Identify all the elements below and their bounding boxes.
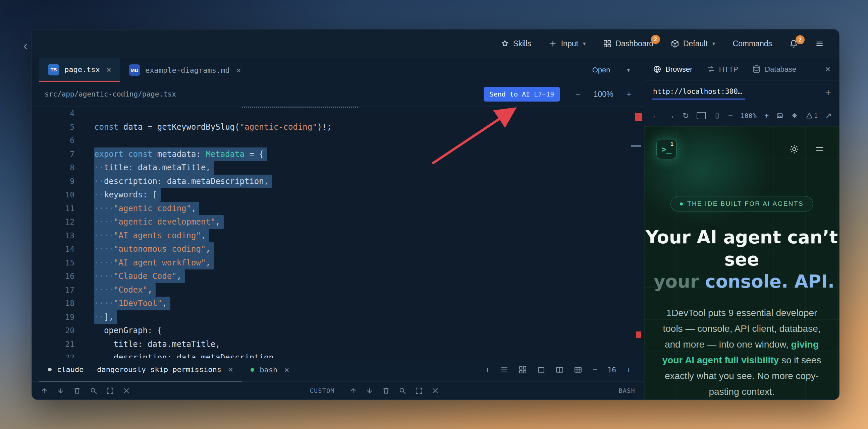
tab-example-diagrams-md[interactable]: MD example-diagrams.md × <box>120 58 250 82</box>
code-line-20[interactable]: 20 openGraph: { <box>32 324 644 337</box>
code-line-8[interactable]: 8··title: data.metaTitle, <box>32 161 644 175</box>
code-text: ····"autonomous coding", <box>94 242 214 256</box>
terminal-tab-claude[interactable]: claude --dangerously-skip-permissions × <box>39 358 242 382</box>
menu-commands[interactable]: Commands <box>733 39 772 48</box>
scroll-down-icon[interactable] <box>366 387 373 394</box>
code-editor[interactable]: 45const data = getKeywordBySlug("agentic… <box>32 107 644 358</box>
code-line-7[interactable]: 7export const metadata: Metadata = { <box>32 147 644 161</box>
back-button[interactable]: ← <box>652 111 659 120</box>
reload-button[interactable]: ↻ <box>683 111 689 120</box>
code-line-17[interactable]: 17····"Codex", <box>32 283 644 297</box>
site-menu-icon[interactable] <box>815 144 825 154</box>
code-line-4[interactable]: 4 <box>32 107 644 120</box>
maximize-icon[interactable] <box>415 387 423 394</box>
viewport-box-icon[interactable] <box>696 112 706 119</box>
close-icon[interactable]: × <box>236 65 241 75</box>
line-number: 12 <box>32 218 74 226</box>
code-line-11[interactable]: 11····"agentic coding", <box>32 202 644 216</box>
web-preview[interactable]: >_ 1 THE IDE BUILT FOR AI AGENTS You <box>644 126 839 399</box>
line-number: 13 <box>32 231 74 240</box>
notifications-button[interactable]: 2 <box>789 39 798 48</box>
maximize-icon[interactable] <box>106 387 114 394</box>
close-icon[interactable] <box>432 387 439 394</box>
send-to-ai-button[interactable]: Send to AI L7–19 <box>484 87 560 102</box>
terminal-controls: + − 16 + <box>485 358 644 382</box>
tab-page-tsx[interactable]: TS page.tsx × <box>39 58 120 82</box>
close-icon[interactable]: × <box>228 365 233 374</box>
code-text: export const metadata: Metadata = { <box>94 147 267 161</box>
code-line-12[interactable]: 12····"agentic development", <box>32 215 644 229</box>
code-line-22[interactable]: 22 description: data.metaDescription <box>32 351 644 358</box>
scroll-down-icon[interactable] <box>57 387 64 394</box>
main-menu-button[interactable] <box>815 39 824 48</box>
menu-dashboard[interactable]: Dashboard 2 <box>603 39 653 48</box>
code-line-15[interactable]: 15····"AI agent workflow", <box>32 256 644 270</box>
browser-panel: Browser HTTP Database × http://localhost… <box>644 58 839 399</box>
trash-icon[interactable] <box>73 387 81 394</box>
close-icon[interactable]: × <box>284 365 289 375</box>
menu-default[interactable]: Default ▾ <box>671 39 715 48</box>
single-pane-icon[interactable] <box>537 366 545 374</box>
browser-zoom-out-button[interactable]: − <box>728 111 733 120</box>
forward-button[interactable]: → <box>667 111 675 120</box>
multi-grid-icon[interactable] <box>574 366 582 374</box>
code-text: ····"agentic development", <box>94 215 224 229</box>
search-icon[interactable] <box>90 387 97 394</box>
code-line-5[interactable]: 5const data = getKeywordBySlug("agentic-… <box>32 120 644 134</box>
code-line-21[interactable]: 21 title: data.metaTitle, <box>32 337 644 351</box>
close-icon[interactable] <box>123 387 130 394</box>
menu-skills[interactable]: Skills <box>501 39 531 48</box>
chevron-down-icon: ▾ <box>627 67 630 74</box>
window-collapse-chevron[interactable]: ‹ <box>24 39 28 53</box>
sparkle-icon[interactable] <box>791 112 798 119</box>
zoom-out-button[interactable]: − <box>576 90 580 99</box>
terminal-tab-bash[interactable]: bash × <box>242 358 298 382</box>
font-decrease-button[interactable]: − <box>592 365 597 375</box>
line-number: 9 <box>32 177 74 186</box>
code-line-16[interactable]: 16····"Claude Code", <box>32 269 644 283</box>
add-tab-button[interactable]: + <box>825 87 831 99</box>
code-line-10[interactable]: 10··keywords: [ <box>32 188 644 202</box>
scroll-up-icon[interactable] <box>40 387 48 394</box>
mobile-device-icon[interactable] <box>714 112 720 119</box>
zoom-in-button[interactable]: + <box>627 90 631 99</box>
site-logo[interactable]: >_ 1 <box>656 139 677 159</box>
issues-indicator[interactable]: 1 <box>806 112 818 119</box>
logo-glyph: >_ <box>661 144 672 154</box>
terminal-tab-label: bash <box>259 366 277 374</box>
tab-database[interactable]: Database <box>752 65 796 74</box>
code-line-9[interactable]: 9··description: data.metaDescription, <box>32 175 644 188</box>
grid-layout-icon[interactable] <box>519 366 527 374</box>
tab-http[interactable]: HTTP <box>707 65 738 74</box>
code-line-13[interactable]: 13····"AI agents coding", <box>32 229 644 243</box>
code-line-19[interactable]: 19··], <box>32 310 644 324</box>
trash-icon[interactable] <box>382 387 390 394</box>
chevron-down-icon: ▾ <box>583 40 586 47</box>
line-number: 20 <box>32 326 74 335</box>
browser-zoom-in-button[interactable]: + <box>764 111 769 120</box>
line-number: 6 <box>32 136 74 145</box>
code-line-14[interactable]: 14····"autonomous coding", <box>32 242 644 256</box>
console-icon[interactable] <box>776 112 783 119</box>
scroll-up-icon[interactable] <box>349 387 357 394</box>
split-pane-icon[interactable] <box>555 366 564 374</box>
theme-sun-icon[interactable] <box>789 144 799 154</box>
list-layout-icon[interactable] <box>500 366 508 374</box>
code-text: description: data.metaDescription <box>94 351 274 358</box>
open-dropdown[interactable]: Open ▾ <box>592 66 630 74</box>
add-terminal-button[interactable]: + <box>485 365 490 375</box>
search-icon[interactable] <box>399 387 406 394</box>
code-line-6[interactable]: 6 <box>32 134 644 147</box>
code-line-18[interactable]: 18····"1DevTool", <box>32 297 644 310</box>
url-input[interactable]: http://localhost:300… <box>652 86 745 100</box>
font-increase-button[interactable]: + <box>626 365 631 375</box>
hero-heading: Your AI agent can’t see <box>644 226 839 270</box>
close-icon[interactable]: × <box>825 64 831 75</box>
menu-input[interactable]: Input ▾ <box>549 39 586 48</box>
tab-browser[interactable]: Browser <box>653 65 692 74</box>
scrollbar-thumb[interactable] <box>631 145 641 147</box>
open-external-button[interactable]: ↗ <box>826 111 832 120</box>
close-icon[interactable]: × <box>106 65 111 74</box>
tab-label: example-diagrams.md <box>145 66 230 74</box>
panel-tab-label: HTTP <box>719 65 738 74</box>
